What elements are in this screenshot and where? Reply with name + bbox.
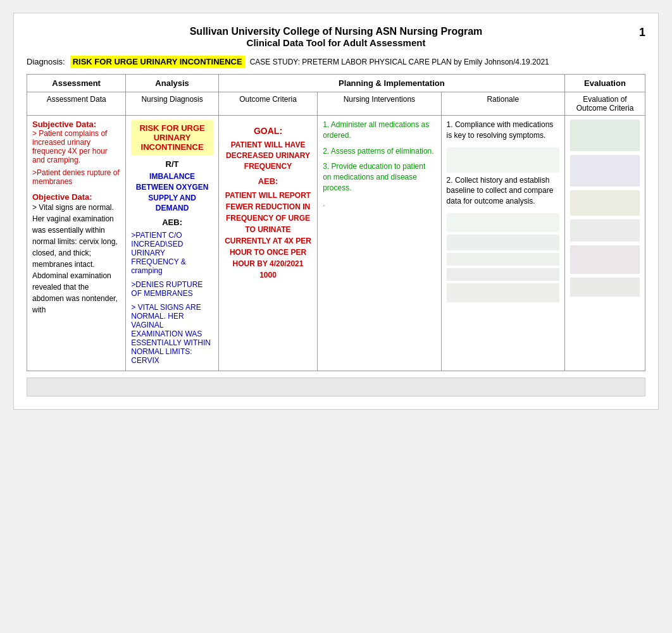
rationale-subheader: Rationale	[441, 92, 564, 116]
assessment-header: Assessment	[27, 75, 126, 92]
subjective-text: > Patient complains of increased urinary…	[32, 129, 120, 164]
nursing-diagnosis-subheader: Nursing Diagnosis	[126, 92, 219, 116]
assessment-data-subheader: Assessment Data	[27, 92, 126, 116]
outcome-aeb-label: AEB:	[224, 176, 312, 186]
diagnosis-case: CASE STUDY: PRETERM LABOR PHYSICAL CARE …	[250, 58, 549, 66]
objective-text: > Vital signs are normal. Her vaginal ex…	[32, 202, 120, 316]
bottom-bar	[27, 378, 645, 396]
objective-heading: Objective Data:	[32, 192, 120, 202]
outcome-criteria-subheader: Outcome Criteria	[218, 92, 317, 116]
page: 1 Sullivan University College of Nursing…	[13, 13, 659, 410]
intervention-3: 3. Provide education to patient on medic…	[323, 161, 435, 193]
evaluation-outcome-subheader: Evaluation of Outcome Criteria	[564, 92, 645, 116]
page-header: Sullivan University College of Nursing A…	[27, 26, 645, 48]
nursing-diagnosis-cell: RISK FOR URGE URINARY INCONTINENCE R/T I…	[126, 116, 219, 371]
rationale-blurred-4	[447, 253, 559, 266]
page-number: 1	[639, 26, 645, 39]
outcome-aeb-detail: PATIENT WILL REPORT FEWER REDUCTION IN F…	[224, 190, 312, 281]
analysis-header: Analysis	[126, 75, 219, 92]
planning-header: Planning & Implementation	[218, 75, 564, 92]
outcome-goal-text: PATIENT WILL HAVE DECREASED URINARY FREQ…	[224, 140, 312, 171]
assessment-data-cell: Subjective Data: > Patient complains of …	[27, 116, 126, 371]
evaluation-header: Evaluation	[564, 75, 645, 92]
nursing-interventions-subheader: Nursing Interventions	[318, 92, 441, 116]
aeb-item-2: >DENIES RUPTURE OF MEMBRANES	[131, 280, 213, 298]
intervention-1: 1. Administer all medications as ordered…	[323, 120, 435, 141]
diagnosis-bar: Diagnosis: RISK FOR URGE URINARY INCONTI…	[27, 56, 645, 68]
rationale-blurred-2	[447, 213, 559, 232]
eval-box-4	[570, 219, 640, 242]
rt-text: R/T	[131, 159, 213, 169]
title-sub: Clinical Data Tool for Adult Assessment	[27, 37, 645, 48]
eval-box-2	[570, 155, 640, 187]
subjective-heading: Subjective Data:	[32, 120, 120, 129]
imbalance-text: IMBALANCE BETWEEN OXYGEN SUPPLY AND DEMA…	[131, 171, 213, 214]
evaluation-cell	[564, 116, 645, 371]
analysis-aeb-label: AEB:	[131, 218, 213, 227]
nursing-interventions-cell: 1. Administer all medications as ordered…	[318, 116, 441, 371]
aeb-item-3: > VITAL SIGNS ARE NORMAL. HER VAGINAL EX…	[131, 303, 213, 365]
outcome-criteria-cell: GOAL: PATIENT WILL HAVE DECREASED URINAR…	[218, 116, 317, 371]
eval-box-6	[570, 278, 640, 297]
title-main: Sullivan University College of Nursing A…	[27, 26, 645, 37]
diagnosis-label: Diagnosis:	[27, 57, 65, 66]
goal-label: GOAL:	[224, 126, 312, 136]
main-table: Assessment Analysis Planning & Implement…	[27, 74, 645, 371]
rationale-blurred-3	[447, 235, 559, 250]
intervention-2: 2. Assess patterns of elimination.	[323, 146, 435, 157]
eval-box-1	[570, 120, 640, 151]
rationale-blurred-6	[447, 283, 559, 302]
rationale-blurred-1	[447, 147, 559, 173]
aeb-item-1: >PATIENT C/O INCREAD\SED URINARY FREQUEN…	[131, 231, 213, 275]
subjective-text2: >Patient denies rupture of membranes	[32, 168, 120, 186]
rationale-cell: 1. Compliance with medications is key to…	[441, 116, 564, 371]
rationale-1: 1. Compliance with medications is key to…	[447, 120, 559, 141]
intervention-4: .	[323, 199, 435, 209]
diagnosis-highlight: RISK FOR URGE URINARY INCONTINENCE	[70, 56, 245, 68]
rationale-2: 2. Collect history and establish baselin…	[447, 175, 559, 207]
eval-box-3	[570, 190, 640, 216]
nursing-dx-box: RISK FOR URGE URINARY INCONTINENCE	[131, 120, 213, 156]
eval-box-5	[570, 245, 640, 274]
rationale-blurred-5	[447, 268, 559, 281]
